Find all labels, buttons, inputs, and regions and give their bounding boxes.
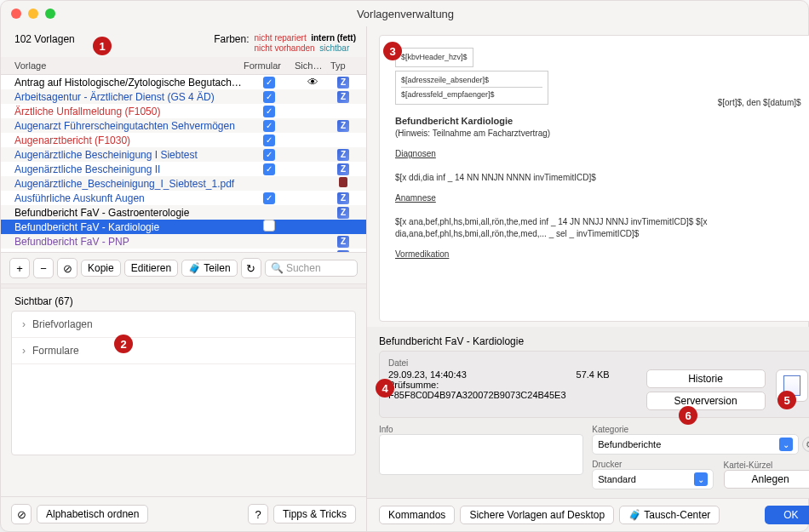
row-type-icon: Z [330, 163, 356, 175]
kategorie-label: Kategorie [592, 425, 809, 434]
col-sichtbar[interactable]: Sich… [295, 60, 330, 71]
row-name: Antrag auf Histologische/Zytologische Be… [14, 77, 244, 89]
row-name: Augenärztliche Bescheinigung I Siebtest [14, 149, 244, 161]
row-type-icon: Z [330, 206, 356, 219]
preview-section-diagnosen: Diagnosen [395, 149, 436, 158]
row-name: Augenärztliche_Bescheinigung_I_Siebtest_… [14, 178, 244, 190]
row-type-icon: Z [330, 119, 356, 132]
row-formular-checkbox[interactable]: ✓ [244, 76, 295, 89]
close-icon[interactable] [11, 9, 21, 19]
row-type-icon: Z [330, 235, 356, 248]
table-row[interactable]: Ärztliche Unfallmeldung (F1050)✓ [1, 104, 366, 118]
row-formular-checkbox[interactable]: ✓ [244, 192, 295, 204]
col-typ[interactable]: Typ [330, 60, 356, 71]
row-formular-checkbox[interactable] [244, 220, 295, 234]
col-formular[interactable]: Formular [244, 60, 295, 71]
kategorie-settings-icon[interactable]: ⚙ [802, 437, 809, 452]
table-row[interactable]: Augenärztliche_Bescheinigung_I_Siebtest_… [1, 176, 366, 191]
add-button[interactable]: + [9, 258, 30, 278]
table-row[interactable]: Befundbericht FaV - GastroenterologieZ [1, 205, 366, 220]
chevron-down-icon: ⌄ [694, 472, 708, 486]
left-pane: 102 Vorlagen Farben: nicht repariert int… [1, 26, 367, 531]
table-row[interactable]: Augenarztbericht (F1030)✓ [1, 133, 366, 147]
search-icon: 🔍 [271, 262, 284, 274]
row-formular-checkbox[interactable]: ✓ [244, 90, 295, 103]
anlegen-button[interactable]: Anlegen [724, 470, 809, 489]
table-row[interactable]: Arbeitsagentur - Ärztlicher Dienst (GS 4… [1, 89, 366, 104]
drucker-select[interactable]: Standard⌄ [592, 469, 713, 489]
row-formular-checkbox[interactable]: ✓ [244, 163, 295, 175]
meta-panel: Befundbericht FaV - Kardiologie Datei 29… [367, 327, 809, 498]
callout-1: 1 [93, 37, 112, 55]
file-box: Datei 29.09.23, 14:40:43 Prüfsumme: F85F… [379, 351, 809, 418]
table-row[interactable]: Antrag auf Histologische/Zytologische Be… [1, 75, 366, 89]
preview-section-vormedikation: Vormedikation [395, 249, 449, 259]
preview-ort-datum: $[ort]$, den $[datum]$ [718, 97, 801, 109]
zoom-icon[interactable] [45, 9, 55, 19]
row-name: Befundbericht FaV - Gastroenterologie [14, 207, 244, 219]
window-title: Vorlagenverwaltung [55, 8, 755, 20]
table-row[interactable]: Augenärztliche Bescheinigung I Siebtest✓… [1, 147, 366, 162]
preview-address: $[adresszeile_absender]$ $[adressfeld_em… [395, 71, 548, 105]
kartei-label: Kartei-Kürzel [724, 460, 809, 470]
sichere-button[interactable]: Sichere Vorlagen auf Desktop [460, 506, 614, 524]
preview-hint: (Hinweis: Teilnahme am Facharztvertrag) [395, 128, 801, 140]
ok-button[interactable]: OK [765, 506, 809, 524]
edit-button[interactable]: Editieren [124, 260, 178, 277]
row-formular-checkbox[interactable]: ✓ [244, 134, 295, 146]
table-row[interactable]: Befundbericht FaV - Kardiologie [1, 220, 366, 234]
minimize-icon[interactable] [28, 9, 38, 19]
row-type-icon [330, 177, 356, 190]
table-row[interactable]: Befundbericht FaV - PNPZ [1, 234, 366, 249]
sichtbar-tree[interactable]: Briefvorlagen Formulare [11, 311, 356, 455]
window-controls[interactable] [11, 9, 55, 19]
right-footer: Kommandos Sichere Vorlagen auf Desktop 🧳… [367, 498, 809, 531]
tipps-button[interactable]: Tipps & Tricks [273, 505, 356, 523]
left-footer: ⊘ Alphabetisch ordnen ? Tipps & Tricks [1, 496, 366, 531]
right-pane: $[ort]$, den $[datum]$ $[kbvHeader_hzv]$… [367, 26, 809, 531]
refresh-button[interactable]: ↻ [241, 258, 261, 278]
tausch-button[interactable]: 🧳 Tausch-Center [619, 506, 720, 524]
row-formular-checkbox[interactable]: ✓ [244, 119, 295, 132]
checksum-label: Prüfsumme: [388, 380, 439, 390]
row-name: Ausführliche Auskunft Augen [14, 192, 244, 204]
sichtbar-label: Sichtbar (67) [1, 289, 366, 311]
row-formular-checkbox[interactable]: ✓ [244, 105, 295, 117]
row-formular-checkbox[interactable]: ✓ [244, 148, 295, 161]
serverversion-button[interactable]: Serverversion [646, 392, 766, 410]
row-type-icon: Z [330, 90, 356, 103]
kategorie-select[interactable]: Befundberichte⌄ [592, 434, 798, 455]
col-vorlage[interactable]: Vorlage [14, 60, 244, 71]
info-textarea[interactable] [379, 434, 583, 475]
callout-4: 4 [376, 379, 394, 398]
tree-formulare[interactable]: Formulare [12, 338, 355, 364]
copy-button[interactable]: Kopie [81, 260, 121, 277]
tree-briefvorlagen[interactable]: Briefvorlagen [12, 312, 355, 338]
kommandos-button[interactable]: Kommandos [379, 506, 455, 524]
callout-6: 6 [679, 406, 697, 425]
sort-alpha-button[interactable]: Alphabetisch ordnen [37, 505, 148, 523]
drucker-label: Drucker [592, 460, 713, 469]
checksum-value: F85F8C0D4B97A320072B9073C24B45E3 [388, 390, 566, 400]
row-name: Arbeitsagentur - Ärztlicher Dienst (GS 4… [14, 91, 244, 103]
template-list[interactable]: Antrag auf Histologische/Zytologische Be… [1, 75, 366, 252]
table-row[interactable]: Augenarzt Führerscheingutachten Sehvermö… [1, 118, 366, 133]
remove-button[interactable]: − [33, 258, 54, 278]
vorlagen-count: 102 Vorlagen [14, 33, 75, 45]
callout-2: 2 [114, 335, 133, 353]
table-row[interactable]: Augenärztliche Bescheinigung II✓Z [1, 162, 366, 176]
table-row[interactable]: Ausführliche Auskunft Augen✓Z [1, 191, 366, 205]
titlebar: Vorlagenverwaltung [1, 1, 808, 26]
color-legend: nicht repariert intern (fett) nicht vorh… [255, 33, 356, 54]
share-button[interactable]: 🧳 Teilen [181, 260, 237, 277]
row-name: Ärztliche Unfallmeldung (F1050) [14, 106, 244, 117]
callout-5: 5 [777, 391, 796, 409]
hide-button[interactable]: ⊘ [57, 258, 77, 278]
visibility-toggle[interactable]: ⊘ [11, 504, 32, 524]
farben-label: Farben: [214, 33, 249, 45]
search-input[interactable]: 🔍 Suchen [265, 260, 358, 277]
help-button[interactable]: ? [248, 504, 268, 524]
callout-3: 3 [383, 42, 402, 60]
historie-button[interactable]: Historie [646, 369, 766, 388]
table-header: Vorlage Formular Sich… Typ [1, 57, 366, 75]
